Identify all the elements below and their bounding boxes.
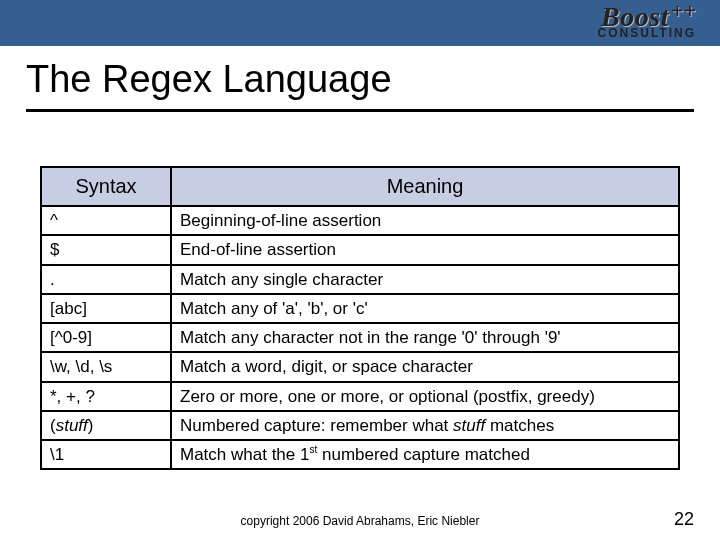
title-rule xyxy=(0,109,720,112)
cell-meaning: Match a word, digit, or space character xyxy=(171,352,679,381)
table-row: (stuff) Numbered capture: remember what … xyxy=(41,411,679,440)
cell-syntax: $ xyxy=(41,235,171,264)
logo-text-plusplus: ++ xyxy=(671,0,696,23)
table-row: \w, \d, \s Match a word, digit, or space… xyxy=(41,352,679,381)
table-row: \1 Match what the 1st numbered capture m… xyxy=(41,440,679,469)
regex-table: Syntax Meaning ^ Beginning-of-line asser… xyxy=(40,166,680,470)
logo: Boost++ CONSULTING xyxy=(598,4,696,40)
table-row: *, +, ? Zero or more, one or more, or op… xyxy=(41,382,679,411)
table-body: ^ Beginning-of-line assertion $ End-of-l… xyxy=(41,206,679,469)
logo-text-consulting: CONSULTING xyxy=(598,26,696,40)
cell-syntax: (stuff) xyxy=(41,411,171,440)
table-row: [abc] Match any of 'a', 'b', or 'c' xyxy=(41,294,679,323)
content-area: Syntax Meaning ^ Beginning-of-line asser… xyxy=(40,166,680,470)
cell-syntax: ^ xyxy=(41,206,171,235)
cell-meaning: Numbered capture: remember what stuff ma… xyxy=(171,411,679,440)
cell-meaning: Match any character not in the range '0'… xyxy=(171,323,679,352)
header-syntax: Syntax xyxy=(41,167,171,206)
cell-syntax: \w, \d, \s xyxy=(41,352,171,381)
cell-syntax: [^0-9] xyxy=(41,323,171,352)
cell-meaning: End-of-line assertion xyxy=(171,235,679,264)
cell-syntax: \1 xyxy=(41,440,171,469)
cell-meaning: Match any single character xyxy=(171,265,679,294)
slide: Boost++ CONSULTING The Regex Language Sy… xyxy=(0,0,720,540)
footer-copyright: copyright 2006 David Abrahams, Eric Nieb… xyxy=(0,514,720,528)
table-row: . Match any single character xyxy=(41,265,679,294)
cell-meaning: Zero or more, one or more, or optional (… xyxy=(171,382,679,411)
table-header-row: Syntax Meaning xyxy=(41,167,679,206)
page-number: 22 xyxy=(674,509,694,530)
table-row: ^ Beginning-of-line assertion xyxy=(41,206,679,235)
cell-meaning: Match what the 1st numbered capture matc… xyxy=(171,440,679,469)
table-row: [^0-9] Match any character not in the ra… xyxy=(41,323,679,352)
cell-meaning: Beginning-of-line assertion xyxy=(171,206,679,235)
cell-meaning: Match any of 'a', 'b', or 'c' xyxy=(171,294,679,323)
header-meaning: Meaning xyxy=(171,167,679,206)
cell-syntax: [abc] xyxy=(41,294,171,323)
slide-title: The Regex Language xyxy=(0,46,720,109)
cell-syntax: . xyxy=(41,265,171,294)
cell-syntax: *, +, ? xyxy=(41,382,171,411)
header-band: Boost++ CONSULTING xyxy=(0,0,720,46)
table-row: $ End-of-line assertion xyxy=(41,235,679,264)
